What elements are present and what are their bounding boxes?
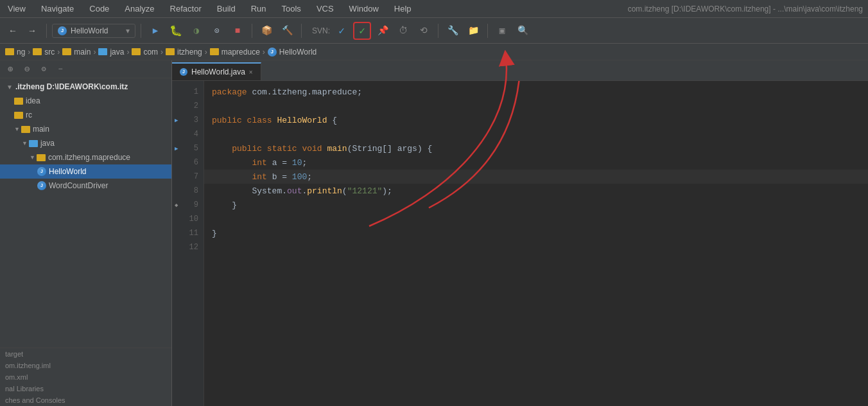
code-editor[interactable]: 1 2 ▶ 3 4 ▶ 5 6 7 8 ◆ 9 10 11 [172, 81, 868, 406]
hide-icon: − [58, 65, 62, 74]
tab-bar: J HelloWorld.java × [172, 60, 868, 81]
sidebar-target[interactable]: target [0, 348, 171, 360]
build2-icon: 🔨 [282, 25, 293, 36]
line-numbers: 1 2 ▶ 3 4 ▶ 5 6 7 8 ◆ 9 10 11 [172, 81, 204, 406]
breadcrumb-src[interactable]: src [33, 48, 55, 57]
sidebar-consoles[interactable]: ches and Consoles [0, 394, 171, 406]
svn-pin-button[interactable]: 📌 [374, 22, 392, 40]
code-line-12[interactable] [204, 240, 868, 254]
code-line-5[interactable]: public static void main(String[] args) { [204, 141, 868, 155]
profile-button[interactable]: ⊙ [208, 22, 226, 40]
svn-undo-button[interactable]: ⟲ [415, 22, 433, 40]
sidebar-libraries[interactable]: nal Libraries [0, 383, 171, 394]
code-line-4[interactable] [204, 127, 868, 141]
sidebar-collapse-button[interactable]: ⊖ [21, 63, 33, 76]
coverage-button[interactable]: ◑ [187, 22, 205, 40]
menu-analyze[interactable]: Analyze [122, 3, 157, 15]
project-root[interactable]: ▼ .itzheng D:\IDEAWORK\com.itz [0, 80, 171, 94]
run-button[interactable]: ▶ [146, 22, 164, 40]
sidebar-item-helloworld[interactable]: J HelloWorld [0, 164, 171, 179]
menu-navigate[interactable]: Navigate [39, 3, 76, 15]
debug-button[interactable]: 🐛 [167, 22, 185, 40]
sidebar-item-java[interactable]: ▼ java [0, 136, 171, 150]
tab-helloworld[interactable]: J HelloWorld.java × [172, 62, 261, 80]
sidebar-xml[interactable]: om.xml [0, 371, 171, 383]
sidebar-item-rc[interactable]: rc [0, 108, 171, 122]
line-num-7: 7 [172, 170, 204, 184]
menu-run[interactable]: Run [248, 3, 269, 15]
breadcrumb-ng[interactable]: ng [5, 48, 25, 57]
sidebar-item-main[interactable]: ▼ main [0, 122, 171, 136]
separator-1 [46, 24, 47, 38]
tab-close-button[interactable]: × [249, 69, 253, 76]
wrench-icon: 🔧 [447, 25, 458, 36]
line-num-3: ▶ 3 [172, 113, 204, 127]
separator-2 [141, 24, 141, 38]
menu-refactor[interactable]: Refactor [168, 3, 204, 15]
code-content[interactable]: package com.itzheng.mapreduce; public cl… [204, 81, 868, 406]
folder-icon-itzheng [166, 48, 175, 55]
sidebar-hide-button[interactable]: − [54, 63, 67, 76]
code-line-11[interactable]: } [204, 226, 868, 240]
sidebar-item-wordcountdriver[interactable]: J WordCountDriver [0, 179, 171, 193]
sidebar-toolbar: ⊕ ⊖ ⚙ − [0, 60, 171, 78]
expand-icon: ⊕ [8, 64, 13, 75]
forward-button[interactable]: → [23, 22, 41, 40]
breadcrumb-itzheng[interactable]: itzheng [166, 48, 202, 57]
menu-code[interactable]: Code [87, 3, 112, 15]
rc-label: rc [26, 110, 32, 119]
code-line-3[interactable]: public class HelloWorld { [204, 113, 868, 127]
forward-icon: → [30, 26, 35, 36]
sidebar-item-idea[interactable]: idea [0, 94, 171, 108]
folder-icon-ng [5, 48, 14, 55]
deploy-button[interactable]: 📦 [257, 22, 275, 40]
breadcrumb-com[interactable]: com [132, 48, 158, 57]
svn-commit-button[interactable]: ✓ [333, 22, 351, 40]
toolbar: ← → J HelloWorld ▾ ▶ 🐛 ◑ ⊙ ■ 📦 🔨 SVN: ✓ [0, 18, 868, 44]
code-line-9[interactable]: } [204, 198, 868, 212]
stop-button[interactable]: ■ [229, 22, 247, 40]
svn-pin-icon: 📌 [378, 25, 388, 36]
menu-help[interactable]: Help [392, 3, 414, 15]
wrench-button[interactable]: 🔧 [444, 22, 462, 40]
profile-icon: ⊙ [214, 26, 220, 36]
breadcrumb-main[interactable]: main [62, 48, 91, 57]
back-button[interactable]: ← [4, 22, 22, 40]
code-line-7[interactable]: int b = 100; [204, 170, 868, 184]
sidebar-expand-button[interactable]: ⊕ [4, 63, 17, 76]
svn-check-container[interactable]: ✓ [353, 22, 371, 40]
svn-history-button[interactable]: ⏱ [394, 22, 412, 40]
search-button[interactable]: 🔍 [514, 22, 532, 40]
menu-build[interactable]: Build [214, 3, 238, 15]
debug-icon: 🐛 [169, 24, 182, 37]
sidebar-iml[interactable]: om.itzheng.iml [0, 360, 171, 371]
line-num-1: 1 [172, 85, 204, 99]
sidebar-settings-button[interactable]: ⚙ [37, 63, 50, 76]
menu-vcs[interactable]: VCS [314, 3, 336, 15]
menu-window[interactable]: Window [347, 3, 381, 15]
folder-icon-mapreduce [210, 48, 219, 55]
code-line-1[interactable]: package com.itzheng.mapreduce; [204, 85, 868, 99]
separator-6 [487, 24, 488, 38]
project-dropdown[interactable]: J HelloWorld ▾ [52, 24, 135, 38]
line-num-8: 8 [172, 184, 204, 198]
menu-view[interactable]: View [5, 3, 28, 15]
line-num-12: 12 [172, 240, 204, 254]
code-line-2[interactable] [204, 99, 868, 113]
terminal-button[interactable]: ▣ [493, 22, 511, 40]
build2-button[interactable]: 🔨 [278, 22, 296, 40]
breadcrumb-helloworld[interactable]: J HelloWorld [268, 48, 317, 57]
file-manager-button[interactable]: 📁 [464, 22, 482, 40]
code-line-8[interactable]: System.out.println("12121"); [204, 184, 868, 198]
menu-tools[interactable]: Tools [279, 3, 304, 15]
settings-icon: ⚙ [41, 64, 46, 74]
project-name: HelloWorld [71, 26, 108, 35]
separator-3 [252, 24, 252, 38]
breadcrumb-java[interactable]: java [98, 48, 124, 57]
sidebar-item-mapreduce[interactable]: ▼ com.itzheng.mapreduce [0, 150, 171, 164]
code-line-10[interactable] [204, 212, 868, 226]
idea-label: idea [26, 96, 40, 105]
breadcrumb-mapreduce[interactable]: mapreduce [210, 48, 260, 57]
code-line-6[interactable]: int a = 10; [204, 155, 868, 170]
coverage-icon: ◑ [194, 25, 199, 36]
